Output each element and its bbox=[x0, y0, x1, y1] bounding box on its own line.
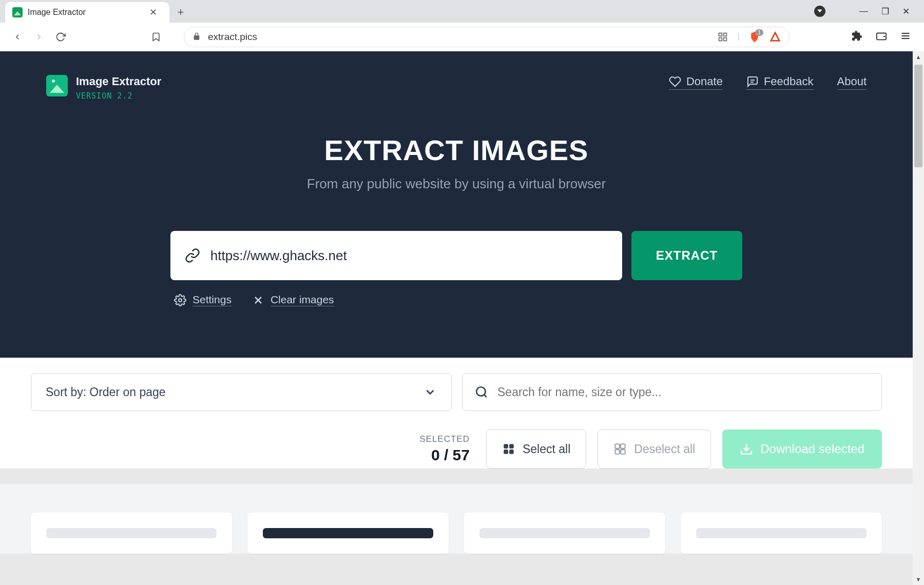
download-icon bbox=[740, 442, 753, 456]
svg-rect-18 bbox=[509, 444, 514, 449]
results-bar: Sort by: Order on page SELECTED 0 / 57 S… bbox=[0, 358, 913, 469]
chevron-down-icon bbox=[424, 385, 437, 399]
svg-rect-3 bbox=[719, 38, 722, 41]
image-card[interactable] bbox=[31, 513, 232, 554]
brand[interactable]: Image Extractor VERSION 2.2 bbox=[46, 75, 161, 101]
feedback-link[interactable]: Feedback bbox=[746, 75, 814, 90]
svg-rect-24 bbox=[621, 450, 625, 454]
deselect-all-button[interactable]: Deselect all bbox=[598, 430, 711, 469]
image-card[interactable] bbox=[247, 513, 449, 554]
hero-title: EXTRACT IMAGES bbox=[0, 133, 913, 167]
svg-rect-2 bbox=[724, 33, 727, 36]
scrollbar[interactable]: ▲ ▼ bbox=[913, 51, 924, 585]
brand-version: VERSION 2.2 bbox=[76, 91, 161, 101]
site-header: Image Extractor VERSION 2.2 Donate Feedb… bbox=[0, 75, 913, 101]
svg-rect-4 bbox=[724, 38, 727, 41]
brave-menu-icon[interactable] bbox=[814, 6, 825, 17]
tab-favicon-icon bbox=[12, 7, 23, 17]
address-bar[interactable]: extract.pics | 1 bbox=[184, 27, 790, 47]
svg-rect-1 bbox=[719, 33, 722, 36]
page-viewport: Image Extractor VERSION 2.2 Donate Feedb… bbox=[0, 51, 924, 585]
tab-close-button[interactable]: ✕ bbox=[146, 7, 160, 18]
url-input-wrap[interactable] bbox=[170, 231, 622, 280]
svg-rect-22 bbox=[621, 444, 625, 449]
url-input[interactable] bbox=[210, 248, 608, 264]
svg-rect-23 bbox=[615, 450, 620, 454]
brave-rewards-icon[interactable] bbox=[769, 31, 781, 43]
window-close-button[interactable]: ✕ bbox=[902, 6, 910, 17]
donate-link[interactable]: Donate bbox=[669, 75, 723, 90]
extract-button[interactable]: EXTRACT bbox=[631, 231, 742, 280]
scroll-down-button[interactable]: ▼ bbox=[913, 574, 924, 585]
sort-value: Order on page bbox=[89, 385, 165, 399]
svg-rect-21 bbox=[615, 444, 620, 449]
svg-rect-19 bbox=[504, 450, 508, 454]
search-icon bbox=[475, 385, 488, 399]
svg-rect-17 bbox=[504, 444, 508, 449]
grid-filled-icon bbox=[502, 442, 515, 456]
browser-tab[interactable]: Image Extractor ✕ bbox=[5, 2, 169, 23]
browser-toolbar: extract.pics | 1 bbox=[0, 23, 924, 51]
sort-prefix: Sort by: bbox=[46, 385, 86, 399]
hero-section: Image Extractor VERSION 2.2 Donate Feedb… bbox=[0, 51, 913, 358]
reload-button[interactable] bbox=[52, 29, 69, 45]
image-grid bbox=[0, 484, 913, 554]
nav-back-button[interactable] bbox=[9, 29, 26, 45]
qr-icon[interactable] bbox=[717, 31, 728, 43]
brand-logo-icon bbox=[46, 75, 68, 96]
svg-marker-5 bbox=[771, 33, 780, 41]
image-card[interactable] bbox=[681, 513, 882, 554]
svg-line-16 bbox=[484, 395, 487, 397]
window-minimize-button[interactable]: — bbox=[859, 6, 868, 16]
link-icon bbox=[185, 248, 200, 263]
settings-link[interactable]: Settings bbox=[174, 294, 232, 306]
new-tab-button[interactable]: + bbox=[169, 2, 192, 23]
browser-tab-strip: Image Extractor ✕ + — ❐ ✕ bbox=[0, 0, 924, 23]
hero-subtitle: From any public website by using a virtu… bbox=[0, 176, 913, 192]
address-text: extract.pics bbox=[208, 31, 710, 43]
about-link[interactable]: About bbox=[837, 75, 867, 90]
scrollbar-thumb[interactable] bbox=[914, 65, 922, 167]
extensions-icon[interactable] bbox=[851, 30, 862, 44]
svg-marker-0 bbox=[817, 9, 822, 12]
search-wrap[interactable] bbox=[462, 373, 882, 411]
shield-count-badge: 1 bbox=[755, 29, 763, 36]
window-maximize-button[interactable]: ❐ bbox=[881, 6, 889, 17]
close-icon bbox=[252, 294, 264, 306]
scroll-up-button[interactable]: ▲ bbox=[913, 51, 924, 63]
image-card[interactable] bbox=[464, 513, 665, 554]
lock-icon bbox=[192, 32, 201, 42]
download-selected-button[interactable]: Download selected bbox=[722, 430, 882, 469]
selected-count: 0 / 57 bbox=[419, 446, 470, 464]
bookmark-button[interactable] bbox=[148, 29, 164, 45]
svg-rect-20 bbox=[509, 450, 514, 454]
grid-outline-icon bbox=[613, 442, 627, 456]
brand-name: Image Extractor bbox=[76, 75, 161, 88]
nav-forward-button[interactable] bbox=[31, 29, 47, 45]
select-all-button[interactable]: Select all bbox=[486, 430, 586, 469]
search-input[interactable] bbox=[497, 385, 869, 399]
svg-point-15 bbox=[476, 387, 485, 396]
gear-icon bbox=[174, 294, 186, 306]
tab-title: Image Extractor bbox=[28, 8, 141, 17]
wallet-icon[interactable] bbox=[876, 30, 887, 44]
clear-images-link[interactable]: Clear images bbox=[252, 294, 334, 306]
selected-label: SELECTED bbox=[419, 434, 470, 444]
window-controls: — ❐ ✕ bbox=[814, 0, 920, 23]
sort-dropdown[interactable]: Sort by: Order on page bbox=[31, 373, 452, 411]
svg-point-12 bbox=[179, 299, 182, 302]
brave-shield-icon[interactable]: 1 bbox=[749, 31, 760, 43]
menu-icon[interactable] bbox=[900, 31, 911, 44]
